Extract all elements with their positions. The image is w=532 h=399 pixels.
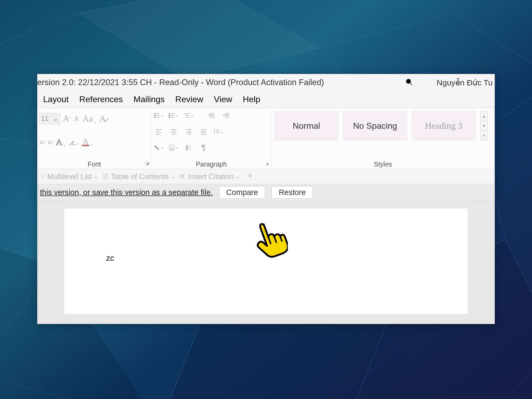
decrease-indent-button[interactable] [206,111,217,120]
line-spacing-button[interactable]: ⌄ [213,127,223,136]
tab-review[interactable]: Review [175,94,203,104]
styles-scroll-up[interactable]: ▲ [481,111,488,121]
tab-help[interactable]: Help [243,94,260,104]
pointing-hand-cursor-icon [251,218,288,261]
change-case-button[interactable]: Aa⌄ [82,114,97,124]
user-name[interactable]: Nguyễn Đức Tu [437,78,493,87]
styles-gallery-scroll: ▲ ▼ ▾ [480,111,488,140]
quick-access-toolbar: Multilevel List ⌄ Table of Contents ⌄ In… [37,169,495,184]
compare-button[interactable]: Compare [219,186,265,199]
svg-point-7 [154,117,155,118]
styles-group-label: Styles [273,160,492,168]
svg-point-3 [154,113,155,114]
styles-group: Normal No Spacing Heading 3 ▲ ▼ ▾ Styles [271,108,495,169]
tab-references[interactable]: References [79,94,123,104]
svg-text:3: 3 [169,116,170,119]
version-info-bar: this version, or save this version as a … [37,184,495,201]
increase-font-icon[interactable]: A^ [63,114,71,124]
svg-line-2 [410,83,412,85]
tab-mailings[interactable]: Mailings [134,94,165,104]
style-normal[interactable]: Normal [275,111,338,140]
text-effects-button[interactable]: A⌄ [56,137,66,147]
chevron-down-icon: ⌄ [53,115,58,122]
qa-table-of-contents[interactable]: Table of Contents ⌄ [102,172,174,181]
qa-multilevel-list[interactable]: Multilevel List ⌄ [39,172,98,181]
bullets-button[interactable]: ⌄ [154,111,164,120]
font-dialog-launcher[interactable] [145,161,150,167]
chevron-down-icon: ⌄ [94,174,98,179]
ribbon: 11 ⌄ A^ Aˇ Aa⌄ A x2 x2 [37,108,495,169]
font-color-button[interactable]: A ⌄ [82,138,93,146]
style-heading-3[interactable]: Heading 3 [412,111,476,140]
sort-button[interactable]: AZ [184,143,194,152]
paragraph-group-label: Paragraph [154,160,269,168]
style-no-spacing[interactable]: No Spacing [343,111,407,140]
font-color-swatch [82,145,89,146]
font-group-label: Font [39,160,149,168]
svg-point-1 [406,79,410,84]
qa-multilevel-label: Multilevel List [47,172,92,181]
highlight-color-swatch [69,144,76,145]
styles-expand[interactable]: ▾ [481,131,488,140]
shading-button[interactable]: ⌄ [154,143,164,152]
document-content: zc [106,253,114,262]
word-app-window: ersion 2.0: 22/12/2021 3:55 CH - Read-On… [37,74,495,324]
styles-scroll-down[interactable]: ▼ [481,121,488,131]
window-title: ersion 2.0: 22/12/2021 3:55 CH - Read-On… [37,78,324,87]
show-hide-button[interactable]: ¶ [198,143,209,152]
numbering-button[interactable]: 123 ⌄ [169,111,179,120]
qa-citation-label: Insert Citation [188,172,234,181]
multilevel-list-button[interactable]: ⌄ [184,111,194,120]
tab-view[interactable]: View [214,94,232,104]
restore-button[interactable]: Restore [272,186,313,199]
font-size-value: 11 [41,115,48,122]
search-icon[interactable] [405,78,413,87]
svg-point-5 [154,115,155,116]
font-size-input[interactable]: 11 ⌄ [39,113,60,124]
chevron-down-icon: ⌄ [171,174,174,179]
qa-customize-icon[interactable] [248,174,252,179]
clear-formatting-icon[interactable]: A [99,114,106,124]
qa-toc-label: Table of Contents [111,172,169,181]
qa-insert-citation[interactable]: Insert Citation ⌄ [179,172,239,181]
font-group: 11 ⌄ A^ Aˇ Aa⌄ A x2 x2 [37,108,152,169]
paragraph-group: ⌄ 123 ⌄ ⌄ [152,108,271,169]
tab-layout[interactable]: Layout [43,94,69,104]
decrease-font-icon[interactable]: Aˇ [74,115,80,123]
increase-indent-button[interactable] [221,111,231,120]
version-info-text[interactable]: this version, or save this version as a … [40,188,213,197]
subscript-icon[interactable]: x2 [39,138,45,146]
chevron-down-icon: ⌄ [236,174,239,179]
borders-button[interactable]: ⌄ [169,143,179,152]
align-center-button[interactable] [169,127,179,136]
svg-text:Z: Z [186,147,188,151]
paragraph-dialog-launcher[interactable] [265,161,269,167]
justify-button[interactable] [198,127,209,136]
superscript-icon[interactable]: x2 [48,138,53,146]
highlight-button[interactable]: ⌄ [69,139,80,145]
ribbon-tabs: Layout References Mailings Review View H… [37,91,495,108]
align-left-button[interactable] [154,127,164,136]
align-right-button[interactable] [184,127,194,136]
title-bar: ersion 2.0: 22/12/2021 3:55 CH - Read-On… [37,74,495,91]
